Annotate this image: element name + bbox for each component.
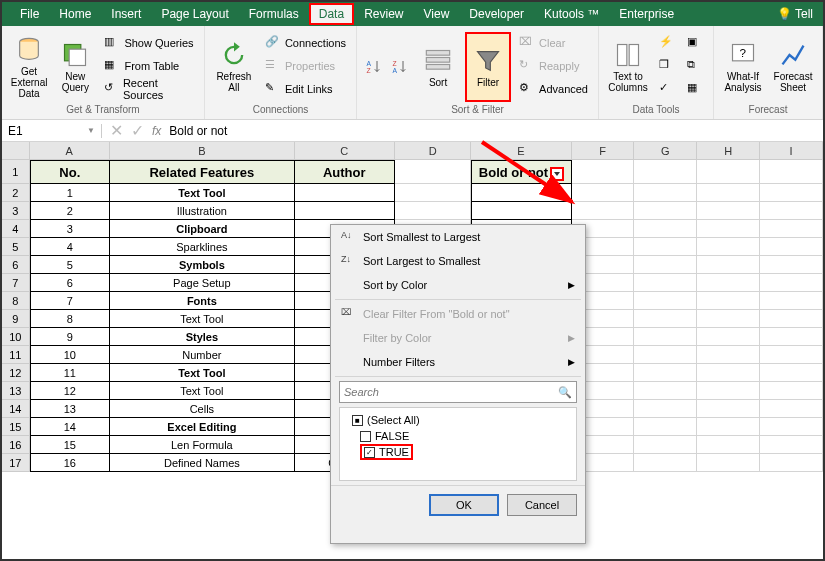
cell-feature[interactable]: Fonts — [110, 292, 295, 310]
cell[interactable] — [634, 184, 697, 202]
cell[interactable] — [634, 436, 697, 454]
tab-enterprise[interactable]: Enterprise — [609, 3, 684, 25]
tab-tell-me[interactable]: 💡 Tell — [767, 3, 823, 25]
cell-feature[interactable]: Text Tool — [110, 364, 295, 382]
remove-dup-button[interactable]: ❐ — [655, 55, 679, 77]
cell-no[interactable]: 6 — [30, 274, 111, 292]
cell[interactable] — [760, 160, 823, 184]
cell-feature[interactable]: Defined Names — [110, 454, 295, 472]
sort-az-button[interactable]: AZ — [363, 32, 385, 102]
cell-no[interactable]: 7 — [30, 292, 111, 310]
cell[interactable] — [572, 184, 635, 202]
header-features[interactable]: Related Features — [110, 160, 295, 184]
cell-no[interactable]: 13 — [30, 400, 111, 418]
row-2-head[interactable]: 2 — [2, 184, 30, 202]
cell-feature[interactable]: Styles — [110, 328, 295, 346]
cell[interactable] — [697, 310, 760, 328]
cell-feature[interactable]: Text Tool — [110, 184, 295, 202]
cell-feature[interactable]: Cells — [110, 400, 295, 418]
cell[interactable] — [760, 274, 823, 292]
clear-filter-button[interactable]: ⌧Clear — [515, 32, 592, 54]
cell[interactable] — [760, 328, 823, 346]
cell[interactable] — [697, 418, 760, 436]
cell[interactable] — [697, 160, 760, 184]
cell-d1[interactable] — [395, 160, 472, 184]
flash-fill-button[interactable]: ⚡ — [655, 32, 679, 54]
col-F[interactable]: F — [572, 142, 635, 160]
col-A[interactable]: A — [30, 142, 111, 160]
cell-no[interactable]: 1 — [30, 184, 111, 202]
refresh-all-button[interactable]: Refresh All — [211, 32, 257, 102]
cell-bold[interactable] — [471, 202, 571, 220]
fx-icon[interactable]: fx — [152, 124, 161, 138]
cell[interactable] — [760, 238, 823, 256]
cell-no[interactable]: 4 — [30, 238, 111, 256]
row-12-head[interactable]: 12 — [2, 364, 30, 382]
cell[interactable] — [697, 292, 760, 310]
cell-no[interactable]: 10 — [30, 346, 111, 364]
sort-asc-item[interactable]: A↓Sort Smallest to Largest — [331, 225, 585, 249]
row-13-head[interactable]: 13 — [2, 382, 30, 400]
cell[interactable] — [634, 454, 697, 472]
consolidate-button[interactable]: ▣ — [683, 32, 707, 54]
select-all-node[interactable]: ■(Select All) — [352, 412, 564, 428]
formula-value[interactable]: Bold or not — [169, 124, 227, 138]
tab-kutools[interactable]: Kutools ™ — [534, 3, 609, 25]
cell[interactable] — [760, 220, 823, 238]
tab-home[interactable]: Home — [49, 3, 101, 25]
text-to-columns-button[interactable]: Text to Columns — [605, 32, 651, 102]
cancel-icon[interactable]: ✕ — [110, 121, 123, 140]
manage-button[interactable]: ▦ — [683, 78, 707, 100]
cell-no[interactable]: 2 — [30, 202, 111, 220]
tab-file[interactable]: File — [10, 3, 49, 25]
cell[interactable] — [760, 346, 823, 364]
cell-no[interactable]: 11 — [30, 364, 111, 382]
cell-no[interactable]: 15 — [30, 436, 111, 454]
ok-button[interactable]: OK — [429, 494, 499, 516]
cell-feature[interactable]: Number — [110, 346, 295, 364]
cell-feature[interactable]: Text Tool — [110, 382, 295, 400]
row-17-head[interactable]: 17 — [2, 454, 30, 472]
cell[interactable] — [572, 160, 635, 184]
number-filters-item[interactable]: Number Filters▶ — [331, 350, 585, 374]
cell[interactable] — [697, 328, 760, 346]
col-C[interactable]: C — [295, 142, 395, 160]
cell[interactable] — [572, 202, 635, 220]
tab-review[interactable]: Review — [354, 3, 413, 25]
what-if-button[interactable]: ? What-If Analysis — [720, 32, 766, 102]
false-node[interactable]: FALSE — [360, 428, 564, 444]
cancel-button[interactable]: Cancel — [507, 494, 577, 516]
cell-no[interactable]: 5 — [30, 256, 111, 274]
row-14-head[interactable]: 14 — [2, 400, 30, 418]
cell[interactable] — [760, 400, 823, 418]
cell[interactable] — [634, 220, 697, 238]
row-16-head[interactable]: 16 — [2, 436, 30, 454]
cell[interactable] — [697, 364, 760, 382]
header-no[interactable]: No. — [30, 160, 111, 184]
cell[interactable] — [697, 346, 760, 364]
cell-feature[interactable]: Page Setup — [110, 274, 295, 292]
reapply-button[interactable]: ↻Reapply — [515, 55, 592, 77]
cell[interactable] — [697, 382, 760, 400]
cell[interactable] — [697, 256, 760, 274]
cell[interactable] — [760, 418, 823, 436]
cell-feature[interactable]: Illustration — [110, 202, 295, 220]
cell[interactable] — [634, 346, 697, 364]
relationships-button[interactable]: ⧉ — [683, 55, 707, 77]
cell[interactable] — [634, 160, 697, 184]
cell[interactable] — [634, 382, 697, 400]
cell[interactable] — [634, 364, 697, 382]
edit-links-button[interactable]: ✎Edit Links — [261, 78, 350, 100]
cell[interactable] — [760, 436, 823, 454]
col-D[interactable]: D — [395, 142, 472, 160]
cell-no[interactable]: 3 — [30, 220, 111, 238]
get-external-data-button[interactable]: Get External Data — [8, 32, 50, 102]
col-I[interactable]: I — [760, 142, 823, 160]
cell[interactable] — [760, 184, 823, 202]
cell-feature[interactable]: Clipboard — [110, 220, 295, 238]
cell-no[interactable]: 14 — [30, 418, 111, 436]
header-author[interactable]: Author — [295, 160, 395, 184]
sort-desc-item[interactable]: Z↓Sort Largest to Smallest — [331, 249, 585, 273]
cell-no[interactable]: 9 — [30, 328, 111, 346]
cell-author[interactable] — [295, 184, 395, 202]
